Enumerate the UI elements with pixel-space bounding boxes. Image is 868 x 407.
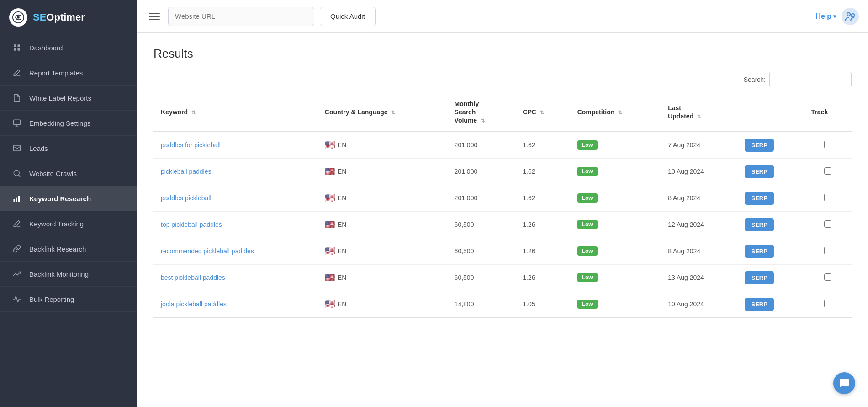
user-avatar[interactable]	[842, 8, 859, 25]
sort-icon[interactable]: ⇅	[191, 110, 196, 116]
cell-track	[804, 158, 852, 185]
search-input[interactable]	[769, 72, 852, 87]
sidebar-item-website-crawls[interactable]: Website Crawls	[0, 161, 137, 186]
cell-keyword: best pickleball paddles	[153, 264, 318, 291]
cell-country: 🇺🇸EN	[318, 291, 447, 317]
sort-icon[interactable]: ⇅	[697, 114, 701, 120]
serp-button[interactable]: SERP	[745, 245, 773, 258]
cell-keyword: paddles pickleball	[153, 185, 318, 211]
cell-volume: 14,800	[447, 291, 516, 317]
serp-button[interactable]: SERP	[745, 139, 773, 152]
sidebar-item-label: Report Templates	[29, 69, 83, 77]
cell-country: 🇺🇸EN	[318, 132, 447, 159]
svg-rect-9	[14, 145, 21, 151]
sidebar-item-backlink-research[interactable]: Backlink Research	[0, 236, 137, 262]
main-panel: Quick Audit Help ▾ Results Search:	[137, 0, 868, 407]
serp-button[interactable]: SERP	[745, 271, 773, 284]
table-header-row: Keyword ⇅ Country & Language ⇅ MonthlySe…	[153, 93, 852, 132]
sidebar-item-label: Website Crawls	[29, 170, 77, 177]
serp-button[interactable]: SERP	[745, 165, 773, 178]
cell-competition: Low	[570, 132, 661, 159]
cell-track	[804, 211, 852, 238]
sidebar-item-label: Backlink Research	[29, 245, 86, 253]
svg-line-11	[18, 175, 20, 176]
track-checkbox[interactable]	[824, 273, 831, 281]
cell-keyword: paddles for pickleball	[153, 132, 318, 159]
cell-cpc: 1.26	[515, 238, 570, 264]
table-row: top pickleball paddles 🇺🇸EN 60,500 1.26 …	[153, 211, 852, 238]
sidebar-item-label: Leads	[29, 145, 48, 152]
backlink-research-icon	[11, 245, 23, 253]
sort-icon[interactable]: ⇅	[540, 110, 544, 116]
svg-rect-13	[16, 198, 17, 202]
quick-audit-button[interactable]: Quick Audit	[320, 7, 376, 26]
sidebar-item-embedding[interactable]: Embedding Settings	[0, 111, 137, 136]
chat-bubble[interactable]	[833, 372, 855, 394]
table-body: paddles for pickleball 🇺🇸EN 201,000 1.62…	[153, 132, 852, 318]
sidebar-item-dashboard[interactable]: Dashboard	[0, 35, 137, 60]
svg-rect-2	[14, 44, 16, 47]
cell-track	[804, 132, 852, 159]
chevron-down-icon: ▾	[833, 13, 836, 20]
cell-last-updated: 8 Aug 2024	[661, 185, 737, 211]
table-row: joola pickleball paddles 🇺🇸EN 14,800 1.0…	[153, 291, 852, 317]
track-checkbox[interactable]	[824, 220, 831, 228]
logo-icon	[9, 8, 27, 27]
track-checkbox[interactable]	[824, 194, 831, 201]
track-checkbox[interactable]	[824, 167, 831, 175]
cell-serp: SERP	[737, 211, 804, 238]
sidebar-item-keyword-tracking[interactable]: Keyword Tracking	[0, 211, 137, 236]
cell-volume: 201,000	[447, 132, 516, 159]
svg-point-15	[847, 12, 850, 16]
cell-competition: Low	[570, 238, 661, 264]
content-area: Results Search: Keyword ⇅ Country & Lang…	[137, 33, 868, 407]
track-checkbox[interactable]	[824, 247, 831, 254]
svg-rect-5	[18, 48, 20, 51]
bulk-reporting-icon	[11, 295, 23, 303]
sidebar-item-bulk-reporting[interactable]: Bulk Reporting	[0, 287, 137, 312]
svg-point-16	[851, 14, 854, 17]
cell-track	[804, 185, 852, 211]
track-checkbox[interactable]	[824, 141, 831, 148]
sidebar-item-leads[interactable]: Leads	[0, 136, 137, 161]
col-track: Track	[804, 93, 852, 132]
cell-country: 🇺🇸EN	[318, 238, 447, 264]
help-button[interactable]: Help ▾	[815, 12, 836, 21]
sidebar-item-keyword-research[interactable]: Keyword Research	[0, 186, 137, 211]
sort-icon[interactable]: ⇅	[481, 118, 485, 124]
sidebar-item-backlink-monitoring[interactable]: Backlink Monitoring	[0, 262, 137, 287]
sidebar-item-label: Keyword Tracking	[29, 220, 84, 228]
embedding-icon	[11, 119, 23, 127]
cell-keyword: top pickleball paddles	[153, 211, 318, 238]
col-last-updated: LastUpdated ⇅	[661, 93, 737, 132]
sidebar-item-report-templates[interactable]: Report Templates	[0, 60, 137, 86]
sidebar-item-label: Embedding Settings	[29, 119, 90, 127]
serp-button[interactable]: SERP	[745, 298, 773, 311]
url-input[interactable]	[168, 7, 314, 26]
sort-icon[interactable]: ⇅	[391, 110, 395, 116]
cell-serp: SERP	[737, 132, 804, 159]
track-checkbox[interactable]	[824, 300, 831, 307]
cell-last-updated: 10 Aug 2024	[661, 291, 737, 317]
svg-rect-4	[14, 48, 16, 51]
cell-last-updated: 10 Aug 2024	[661, 158, 737, 185]
table-row: paddles pickleball 🇺🇸EN 201,000 1.62 Low…	[153, 185, 852, 211]
col-country: Country & Language ⇅	[318, 93, 447, 132]
table-row: pickleball paddles 🇺🇸EN 201,000 1.62 Low…	[153, 158, 852, 185]
serp-button[interactable]: SERP	[745, 218, 773, 231]
sidebar-item-label: Backlink Monitoring	[29, 270, 89, 278]
sidebar-item-white-label[interactable]: White Label Reports	[0, 86, 137, 111]
sidebar-logo: SEOptimer	[0, 0, 137, 35]
sidebar-item-label: White Label Reports	[29, 94, 91, 102]
sort-icon[interactable]: ⇅	[618, 110, 622, 116]
serp-button[interactable]: SERP	[745, 192, 773, 205]
cell-last-updated: 7 Aug 2024	[661, 132, 737, 159]
white-label-icon	[11, 94, 23, 102]
cell-country: 🇺🇸EN	[318, 158, 447, 185]
col-cpc: CPC ⇅	[515, 93, 570, 132]
col-competition: Competition ⇅	[570, 93, 661, 132]
cell-keyword: recommended pickleball paddles	[153, 238, 318, 264]
cell-track	[804, 264, 852, 291]
menu-toggle-button[interactable]	[146, 10, 163, 23]
search-row: Search:	[153, 72, 852, 87]
